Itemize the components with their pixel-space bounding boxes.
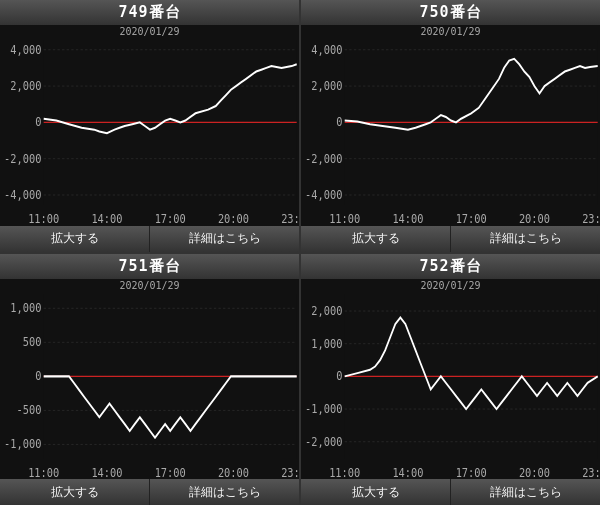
panel-750: 750番台2020/01/294,0002,0000-2,000-4,00011… (301, 0, 600, 252)
svg-text:1,000: 1,000 (10, 301, 41, 315)
detail-button-panel-751[interactable]: 詳細はこちら (150, 479, 299, 505)
expand-button-panel-751[interactable]: 拡大する (0, 479, 149, 505)
svg-text:14:00: 14:00 (91, 466, 122, 479)
svg-text:20:00: 20:00 (519, 466, 550, 479)
date-panel-752: 2020/01/29 (301, 279, 600, 292)
svg-text:1,000: 1,000 (311, 336, 342, 350)
chart-panel-749: 4,0002,0000-2,000-4,00011:0014:0017:0020… (0, 38, 299, 226)
buttons-panel-752: 拡大する詳細はこちら (301, 479, 600, 505)
svg-text:23:00: 23:00 (281, 212, 299, 225)
svg-text:-1,000: -1,000 (305, 402, 343, 416)
expand-button-panel-750[interactable]: 拡大する (301, 226, 450, 252)
svg-text:20:00: 20:00 (218, 212, 249, 225)
svg-text:11:00: 11:00 (28, 212, 59, 225)
main-grid: 749番台2020/01/294,0002,0000-2,000-4,00011… (0, 0, 600, 505)
title-panel-752: 752番台 (301, 254, 600, 279)
svg-text:14:00: 14:00 (91, 212, 122, 225)
svg-text:20:00: 20:00 (218, 466, 249, 479)
svg-text:-4,000: -4,000 (305, 188, 343, 202)
detail-button-panel-749[interactable]: 詳細はこちら (150, 226, 299, 252)
panel-751: 751番台2020/01/291,0005000-500-1,00011:001… (0, 254, 299, 506)
svg-text:11:00: 11:00 (329, 466, 360, 479)
expand-button-panel-749[interactable]: 拡大する (0, 226, 149, 252)
svg-text:0: 0 (336, 116, 342, 130)
svg-text:14:00: 14:00 (392, 212, 423, 225)
buttons-panel-750: 拡大する詳細はこちら (301, 226, 600, 252)
svg-text:4,000: 4,000 (10, 43, 41, 57)
svg-text:17:00: 17:00 (456, 212, 487, 225)
svg-text:23:00: 23:00 (582, 212, 600, 225)
chart-panel-751: 1,0005000-500-1,00011:0014:0017:0020:002… (0, 292, 299, 480)
svg-text:0: 0 (35, 369, 41, 383)
svg-text:17:00: 17:00 (155, 212, 186, 225)
svg-text:17:00: 17:00 (155, 466, 186, 479)
svg-text:500: 500 (23, 335, 42, 349)
svg-text:2,000: 2,000 (311, 304, 342, 318)
panel-749: 749番台2020/01/294,0002,0000-2,000-4,00011… (0, 0, 299, 252)
title-panel-751: 751番台 (0, 254, 299, 279)
svg-text:17:00: 17:00 (456, 466, 487, 479)
expand-button-panel-752[interactable]: 拡大する (301, 479, 450, 505)
svg-text:-1,000: -1,000 (4, 437, 42, 451)
title-panel-749: 749番台 (0, 0, 299, 25)
svg-text:-500: -500 (16, 403, 41, 417)
date-panel-751: 2020/01/29 (0, 279, 299, 292)
chart-panel-750: 4,0002,0000-2,000-4,00011:0014:0017:0020… (301, 38, 600, 226)
svg-text:23:00: 23:00 (582, 466, 600, 479)
chart-panel-752: 2,0001,0000-1,000-2,00011:0014:0017:0020… (301, 292, 600, 480)
svg-text:-2,000: -2,000 (4, 152, 42, 166)
panel-752: 752番台2020/01/292,0001,0000-1,000-2,00011… (301, 254, 600, 506)
svg-text:2,000: 2,000 (311, 79, 342, 93)
svg-text:11:00: 11:00 (329, 212, 360, 225)
svg-text:-4,000: -4,000 (4, 188, 42, 202)
svg-text:14:00: 14:00 (392, 466, 423, 479)
svg-text:0: 0 (336, 369, 342, 383)
svg-text:0: 0 (35, 116, 41, 130)
svg-text:20:00: 20:00 (519, 212, 550, 225)
date-panel-750: 2020/01/29 (301, 25, 600, 38)
svg-text:-2,000: -2,000 (305, 435, 343, 449)
svg-text:11:00: 11:00 (28, 466, 59, 479)
svg-text:4,000: 4,000 (311, 43, 342, 57)
detail-button-panel-752[interactable]: 詳細はこちら (451, 479, 600, 505)
svg-text:-2,000: -2,000 (305, 152, 343, 166)
buttons-panel-751: 拡大する詳細はこちら (0, 479, 299, 505)
buttons-panel-749: 拡大する詳細はこちら (0, 226, 299, 252)
date-panel-749: 2020/01/29 (0, 25, 299, 38)
svg-text:23:00: 23:00 (281, 466, 299, 479)
svg-text:2,000: 2,000 (10, 79, 41, 93)
title-panel-750: 750番台 (301, 0, 600, 25)
detail-button-panel-750[interactable]: 詳細はこちら (451, 226, 600, 252)
